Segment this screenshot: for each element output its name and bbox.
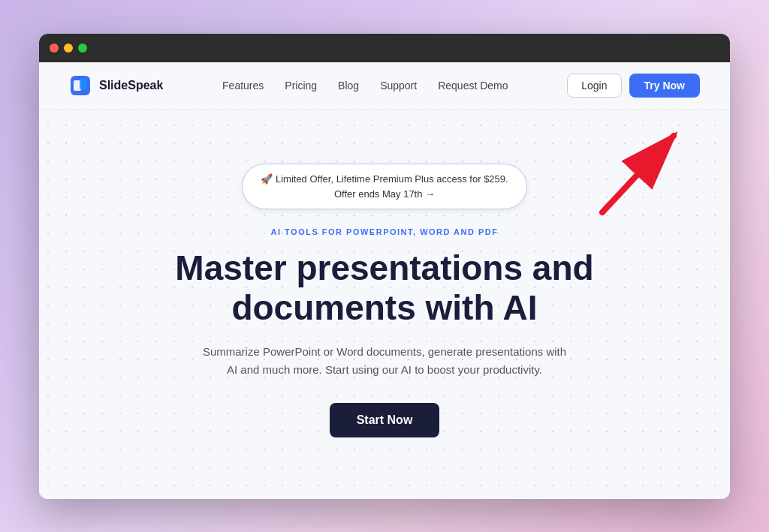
hero-section: 🚀 Limited Offer, Lifetime Premium Plus a…: [39, 110, 730, 499]
traffic-light-red: [50, 44, 59, 53]
start-now-button[interactable]: Start Now: [330, 403, 440, 437]
logo-area: SlideSpeak: [69, 74, 163, 97]
browser-titlebar: [39, 34, 730, 62]
traffic-lights: [50, 44, 87, 53]
offer-text: 🚀 Limited Offer, Lifetime Premium Plus a…: [261, 172, 508, 201]
browser-window: SlideSpeak Features Pricing Blog Support…: [39, 34, 730, 499]
nav-link-features[interactable]: Features: [222, 80, 264, 92]
nav-link-request-demo[interactable]: Request Demo: [438, 80, 508, 92]
offer-line2: Offer ends May 17th →: [334, 188, 435, 200]
nav-link-blog[interactable]: Blog: [338, 80, 359, 92]
subtitle-tag: AI TOOLS FOR POWERPOINT, WORD AND PDF: [271, 227, 499, 236]
svg-rect-4: [80, 79, 87, 89]
nav-buttons: Login Try Now: [567, 74, 700, 98]
traffic-light-yellow: [64, 44, 73, 53]
offer-banner[interactable]: 🚀 Limited Offer, Lifetime Premium Plus a…: [242, 164, 526, 209]
nav-links: Features Pricing Blog Support Request De…: [222, 80, 508, 92]
traffic-light-green: [78, 44, 87, 53]
logo-icon: [69, 74, 92, 97]
hero-title: Master presentations and documents with …: [152, 248, 617, 328]
try-now-button[interactable]: Try Now: [629, 74, 700, 98]
navbar: SlideSpeak Features Pricing Blog Support…: [39, 62, 730, 110]
browser-content: SlideSpeak Features Pricing Blog Support…: [39, 62, 730, 499]
nav-link-support[interactable]: Support: [380, 80, 417, 92]
login-button[interactable]: Login: [567, 74, 621, 98]
offer-line1: 🚀 Limited Offer, Lifetime Premium Plus a…: [261, 173, 508, 185]
nav-link-pricing[interactable]: Pricing: [285, 80, 317, 92]
logo-text: SlideSpeak: [99, 79, 163, 92]
hero-description: Summarize PowerPoint or Word documents, …: [197, 343, 572, 379]
